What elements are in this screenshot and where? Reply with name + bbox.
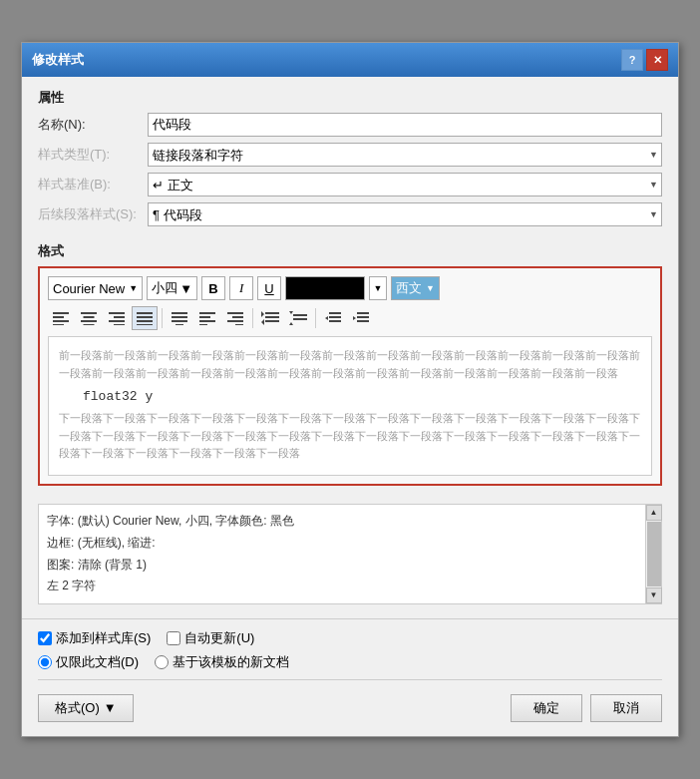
increase-indent-button[interactable] xyxy=(348,306,374,330)
font-name-select[interactable]: Courier New ▼ xyxy=(48,276,143,300)
info-line1: 字体: (默认) Courier New, 小四, 字体颜色: 黑色 xyxy=(47,511,653,533)
divider-2 xyxy=(38,679,662,680)
svg-rect-30 xyxy=(265,320,279,322)
svg-marker-31 xyxy=(261,311,264,317)
only-this-doc-label: 仅限此文档(D) xyxy=(56,653,139,671)
properties-section: 属性 名称(N): 样式类型(T): 链接段落和字符 样式基准(B): ↵ 正文 xyxy=(38,89,662,232)
info-scrollbar: ▲ ▼ xyxy=(645,505,661,602)
preview-before-text: 前一段落前一段落前一段落前一段落前一段落前一段落前一段落前一段落前一段落前一段落… xyxy=(59,347,641,382)
align-center-button[interactable] xyxy=(76,306,102,330)
svg-rect-19 xyxy=(175,324,183,325)
format-arrow-icon: ▼ xyxy=(104,700,117,715)
align-right-button[interactable] xyxy=(104,306,130,330)
only-this-doc-item[interactable]: 仅限此文档(D) xyxy=(38,653,139,671)
svg-rect-10 xyxy=(109,320,125,322)
decrease-indent-icon xyxy=(325,311,341,325)
style-type-select[interactable]: 链接段落和字符 xyxy=(148,143,662,167)
svg-rect-23 xyxy=(199,324,207,325)
auto-update-item[interactable]: 自动更新(U) xyxy=(167,629,254,647)
new-doc-template-item[interactable]: 基于该模板的新文档 xyxy=(155,653,289,671)
help-button[interactable]: ? xyxy=(621,49,643,71)
add-to-styles-label: 添加到样式库(S) xyxy=(56,629,151,647)
bold-button[interactable]: B xyxy=(201,276,225,300)
font-color-arrow-icon[interactable]: ▼ xyxy=(369,276,387,300)
scrollbar-thumb xyxy=(647,522,661,585)
line-spacing-button[interactable] xyxy=(257,306,283,330)
underline-button[interactable]: U xyxy=(257,276,281,300)
font-size-arrow-icon: ▼ xyxy=(179,281,192,296)
ok-button[interactable]: 确定 xyxy=(511,694,582,722)
modify-style-dialog: 修改样式 ? ✕ 属性 名称(N): 样式类型(T): 链接段落和字符 xyxy=(21,42,679,736)
follow-style-row: 后续段落样式(S): ¶ 代码段 xyxy=(38,202,662,226)
name-label: 名称(N): xyxy=(38,116,148,134)
follow-style-label: 后续段落样式(S): xyxy=(38,205,148,223)
font-size-select[interactable]: 小四 ▼ xyxy=(147,276,197,300)
svg-marker-44 xyxy=(353,316,356,320)
dialog-title: 修改样式 xyxy=(32,51,84,69)
properties-label: 属性 xyxy=(38,89,662,107)
language-select[interactable]: 西文 ▼ xyxy=(391,276,440,300)
svg-rect-27 xyxy=(235,324,243,325)
align-justify-button[interactable] xyxy=(132,306,158,330)
svg-rect-11 xyxy=(114,324,125,325)
name-input[interactable] xyxy=(148,113,662,137)
svg-rect-37 xyxy=(329,312,341,314)
add-to-styles-item[interactable]: 添加到样式库(S) xyxy=(38,629,151,647)
dialog-body: 属性 名称(N): 样式类型(T): 链接段落和字符 样式基准(B): ↵ 正文 xyxy=(22,77,678,615)
style-base-select[interactable]: ↵ 正文 xyxy=(148,173,662,196)
cancel-button[interactable]: 取消 xyxy=(590,694,662,722)
info-area: 字体: (默认) Courier New, 小四, 字体颜色: 黑色 边框: (… xyxy=(38,504,662,603)
font-name-value: Courier New xyxy=(53,281,125,296)
format-button[interactable]: 格式(O) ▼ xyxy=(38,694,134,722)
svg-marker-35 xyxy=(289,311,293,314)
svg-rect-7 xyxy=(84,324,95,325)
svg-marker-32 xyxy=(261,319,264,325)
svg-rect-12 xyxy=(137,312,153,314)
close-button[interactable]: ✕ xyxy=(646,49,668,71)
language-arrow-icon: ▼ xyxy=(426,283,435,293)
follow-style-select[interactable]: ¶ 代码段 xyxy=(148,202,662,226)
svg-rect-41 xyxy=(357,312,369,314)
format-toolbar-container: Courier New ▼ 小四 ▼ B I U xyxy=(38,266,662,486)
scrollbar-up-button[interactable]: ▲ xyxy=(646,505,662,521)
svg-rect-14 xyxy=(137,320,153,322)
add-to-styles-checkbox[interactable] xyxy=(38,631,52,645)
action-row: 格式(O) ▼ 确定 取消 xyxy=(38,688,662,728)
main-buttons: 确定 取消 xyxy=(511,694,662,722)
preview-code-line: float32 y xyxy=(83,387,641,407)
font-color-button[interactable] xyxy=(285,276,365,300)
svg-rect-22 xyxy=(199,320,215,322)
svg-rect-17 xyxy=(172,316,187,318)
distributed-button[interactable] xyxy=(167,306,192,330)
svg-marker-36 xyxy=(289,322,293,325)
auto-update-label: 自动更新(U) xyxy=(184,629,254,647)
svg-rect-15 xyxy=(137,324,153,325)
style-base-select-wrapper: ↵ 正文 xyxy=(148,173,662,196)
new-doc-template-label: 基于该模板的新文档 xyxy=(173,653,289,671)
auto-update-checkbox[interactable] xyxy=(167,631,180,645)
new-doc-template-radio[interactable] xyxy=(155,655,169,669)
svg-rect-13 xyxy=(137,316,153,318)
toolbar-divider-1 xyxy=(162,308,163,328)
align-toolbar xyxy=(48,306,652,330)
align-right2-button[interactable] xyxy=(222,306,248,330)
scrollbar-down-button[interactable]: ▼ xyxy=(646,587,662,603)
style-type-row: 样式类型(T): 链接段落和字符 xyxy=(38,143,662,167)
align-left-button[interactable] xyxy=(48,306,74,330)
increase-indent-icon xyxy=(353,311,369,325)
align-right-icon xyxy=(109,311,125,325)
name-row: 名称(N): xyxy=(38,113,662,137)
format-section: 格式 Courier New ▼ 小四 ▼ B xyxy=(38,242,662,486)
svg-rect-8 xyxy=(109,312,125,314)
style-base-label: 样式基准(B): xyxy=(38,176,148,194)
svg-rect-5 xyxy=(84,316,95,318)
toolbar-divider-3 xyxy=(315,308,316,328)
title-bar-controls: ? ✕ xyxy=(621,49,668,71)
decrease-indent-button[interactable] xyxy=(320,306,346,330)
italic-button[interactable]: I xyxy=(229,276,253,300)
svg-rect-29 xyxy=(265,316,279,318)
align-left2-button[interactable] xyxy=(194,306,220,330)
paragraph-spacing-button[interactable] xyxy=(285,306,311,330)
follow-style-select-wrapper: ¶ 代码段 xyxy=(148,202,662,226)
only-this-doc-radio[interactable] xyxy=(38,655,52,669)
